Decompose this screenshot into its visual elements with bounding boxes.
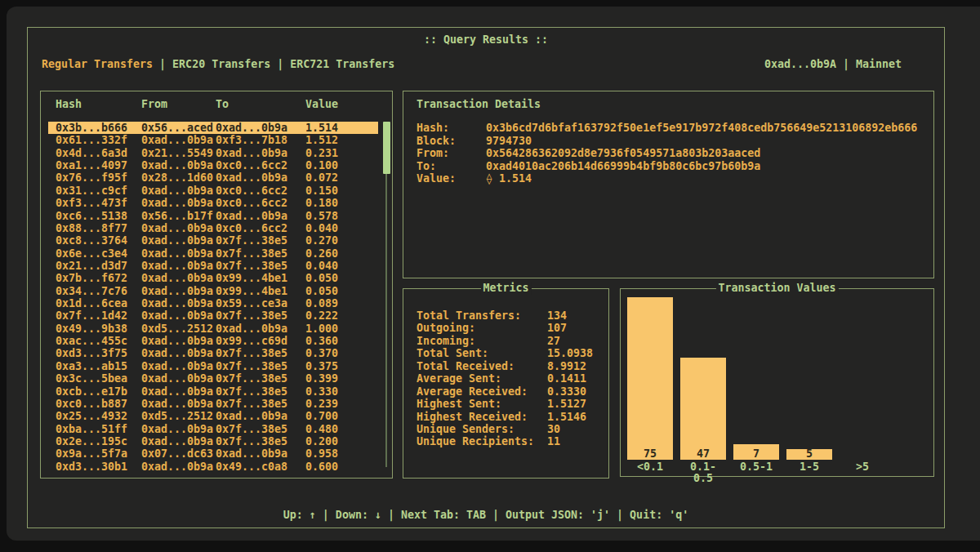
table-row[interactable]: 0x76...f95f 0x28...1d60 0xad...0b9a 0.07… xyxy=(48,171,378,184)
table-row[interactable]: 0xac...455c 0xad...0b9a 0x99...c69d 0.36… xyxy=(48,335,378,347)
cell-to: 0x99...c69d xyxy=(216,335,305,347)
table-row[interactable]: 0x3c...5bea 0xad...0b9a 0x7f...38e5 0.39… xyxy=(48,372,378,385)
scrollbar-track[interactable] xyxy=(385,174,387,467)
terminal-window: :: Query Results :: Regular Transfers|ER… xyxy=(7,7,980,541)
chart-category-label: 0.1-0.5 xyxy=(680,461,726,484)
table-row[interactable]: 0x2e...195c 0xad...0b9a 0x7f...38e5 0.20… xyxy=(48,435,378,447)
details-title: Transaction Details xyxy=(416,98,541,110)
cell-value: 0.270 xyxy=(305,234,378,247)
cell-from: 0xad...0b9a xyxy=(141,335,216,347)
cell-from: 0xad...0b9a xyxy=(141,347,216,359)
table-row[interactable]: 0xc6...5138 0x56...b17f 0xad...0b9a 0.57… xyxy=(48,210,378,222)
bar-0.1-0.5: 47 xyxy=(680,358,726,460)
cell-value: 0.222 xyxy=(305,309,378,322)
table-row[interactable]: 0xa3...ab15 0xad...0b9a 0x7f...38e5 0.37… xyxy=(48,360,378,372)
table-body: 0x3b...b666 0x56...aced 0xad...0b9a 1.51… xyxy=(41,122,378,473)
table-row[interactable]: 0x1d...6cea 0xad...0b9a 0x59...ce3a 0.08… xyxy=(48,297,378,309)
cell-hash: 0xa1...4097 xyxy=(56,159,141,171)
cell-from: 0xad...0b9a xyxy=(141,385,216,398)
table-row[interactable]: 0xf3...473f 0xad...0b9a 0xc0...6cc2 0.18… xyxy=(48,197,378,209)
cell-hash: 0x9a...5f7a xyxy=(56,447,141,460)
cell-from: 0xad...0b9a xyxy=(141,285,216,297)
table-row[interactable]: 0xd3...30b1 0xad...0b9a 0x49...c0a8 0.60… xyxy=(48,461,378,473)
cell-hash: 0x34...7c76 xyxy=(56,285,141,297)
table-row[interactable]: 0x31...c9cf 0xad...0b9a 0xc0...6cc2 0.15… xyxy=(48,185,378,197)
detail-value: 0x3b6cd7d6bfaf163792f50e1ef5e917b972f408… xyxy=(486,122,933,135)
metrics-title: Metrics xyxy=(480,282,531,295)
table-row[interactable]: 0x7f...1d42 0xad...0b9a 0x7f...38e5 0.22… xyxy=(48,309,378,322)
table-row[interactable]: 0xa1...4097 0xad...0b9a 0xc0...6cc2 0.10… xyxy=(48,159,378,171)
table-row[interactable]: 0xc8...3764 0xad...0b9a 0x7f...38e5 0.27… xyxy=(48,234,378,247)
cell-from: 0xad...0b9a xyxy=(141,134,216,146)
tab-erc20-transfers[interactable]: ERC20 Transfers xyxy=(172,58,270,71)
metric-value: 0.1411 xyxy=(547,372,608,385)
cell-to: 0x7f...38e5 xyxy=(216,398,305,410)
metric-row: Highest Received: 1.5146 xyxy=(403,411,608,423)
metric-row: Unique Recipients: 11 xyxy=(403,435,608,447)
tab-bar: Regular Transfers|ERC20 Transfers|ERC721… xyxy=(42,58,394,71)
table-row[interactable]: 0x21...d3d7 0xad...0b9a 0x7f...38e5 0.04… xyxy=(48,260,378,272)
metric-row: Unique Senders: 30 xyxy=(403,423,608,435)
cell-hash: 0x4d...6a3d xyxy=(56,147,141,159)
cell-hash: 0xc8...3764 xyxy=(56,234,141,247)
chart-category-label: <0.1 xyxy=(627,461,673,484)
table-row[interactable]: 0xc0...b887 0xad...0b9a 0x7f...38e5 0.23… xyxy=(48,398,378,410)
table-row[interactable]: 0xba...51ff 0xad...0b9a 0x7f...38e5 0.48… xyxy=(48,423,378,435)
cell-to: 0x7f...38e5 xyxy=(216,360,305,372)
cell-from: 0x56...aced xyxy=(141,122,216,134)
metric-label: Average Sent: xyxy=(416,372,547,385)
detail-field: Value: ⟠ 1.514 xyxy=(403,172,933,185)
details-fields: Hash: 0x3b6cd7d6bfaf163792f50e1ef5e917b9… xyxy=(403,122,933,185)
detail-field: From: 0x564286362092d8e7936f0549571a803b… xyxy=(403,147,933,160)
cell-hash: 0x1d...6cea xyxy=(56,297,141,309)
table-row[interactable]: 0x25...4932 0xd5...2512 0xad...0b9a 0.70… xyxy=(48,410,378,422)
table-row[interactable]: 0xd3...3f75 0xad...0b9a 0x7f...38e5 0.37… xyxy=(48,347,378,359)
detail-value: 0x564286362092d8e7936f0549571a803b203aac… xyxy=(486,147,933,160)
cell-hash: 0xc0...b887 xyxy=(56,398,141,410)
metrics-list: Total Transfers: 134 Outgoing: 107 Incom… xyxy=(403,309,608,448)
scrollbar-thumb[interactable] xyxy=(383,122,390,174)
column-header-from: From xyxy=(141,98,216,110)
detail-label: From: xyxy=(416,147,486,160)
cell-value: 0.100 xyxy=(305,159,378,171)
cell-value: 0.231 xyxy=(305,147,378,159)
account-network-label: 0xad...0b9A | Mainnet xyxy=(764,58,902,71)
cell-to: 0xc0...6cc2 xyxy=(216,197,305,209)
cell-from: 0xd5...2512 xyxy=(141,410,216,422)
table-row[interactable]: 0xcb...e17b 0xad...0b9a 0x7f...38e5 0.33… xyxy=(48,385,378,398)
cell-from: 0xad...0b9a xyxy=(141,372,216,385)
table-row[interactable]: 0x61...332f 0xad...0b9a 0xf3...7b18 1.51… xyxy=(48,134,378,146)
detail-value: 0xad4010ac206b14d66999b4bf9b80c6bc97b60b… xyxy=(486,160,933,173)
cell-to: 0xad...0b9a xyxy=(216,447,305,460)
table-row[interactable]: 0x9a...5f7a 0x07...dc63 0xad...0b9a 0.95… xyxy=(48,447,378,460)
cell-value: 1.514 xyxy=(305,122,378,134)
table-row[interactable]: 0x7b...f672 0xad...0b9a 0x99...4be1 0.05… xyxy=(48,272,378,284)
cell-to: 0x7f...38e5 xyxy=(216,234,305,247)
table-row[interactable]: 0x49...9b38 0xd5...2512 0xad...0b9a 1.00… xyxy=(48,323,378,335)
detail-label: Hash: xyxy=(416,122,486,135)
tab-erc721-transfers[interactable]: ERC721 Transfers xyxy=(290,58,394,71)
table-row[interactable]: 0x88...8f77 0xad...0b9a 0xc0...6cc2 0.04… xyxy=(48,222,378,234)
cell-hash: 0x88...8f77 xyxy=(56,222,141,234)
cell-to: 0x49...c0a8 xyxy=(216,461,305,473)
column-header-hash: Hash xyxy=(56,98,141,110)
metric-value: 1.5127 xyxy=(547,398,608,410)
cell-to: 0xad...0b9a xyxy=(216,210,305,222)
tab-regular-transfers[interactable]: Regular Transfers xyxy=(42,58,153,71)
cell-value: 0.150 xyxy=(305,185,378,197)
cell-hash: 0x76...f95f xyxy=(56,171,141,184)
cell-to: 0x7f...38e5 xyxy=(216,260,305,272)
cell-value: 0.050 xyxy=(305,285,378,297)
cell-to: 0xc0...6cc2 xyxy=(216,185,305,197)
cell-value: 0.260 xyxy=(305,247,378,260)
table-row[interactable]: 0x3b...b666 0x56...aced 0xad...0b9a 1.51… xyxy=(48,122,378,134)
table-row[interactable]: 0x4d...6a3d 0x21...5549 0xad...0b9a 0.23… xyxy=(48,147,378,159)
cell-from: 0x56...b17f xyxy=(141,210,216,222)
keybind-help: Up: ↑ | Down: ↓ | Next Tab: TAB | Output… xyxy=(28,509,944,522)
cell-from: 0xad...0b9a xyxy=(141,360,216,372)
table-row[interactable]: 0x34...7c76 0xad...0b9a 0x99...4be1 0.05… xyxy=(48,285,378,297)
cell-from: 0xad...0b9a xyxy=(141,247,216,260)
table-row[interactable]: 0x6e...c3e4 0xad...0b9a 0x7f...38e5 0.26… xyxy=(48,247,378,260)
cell-hash: 0x25...4932 xyxy=(56,410,141,422)
bar-value-label: 75 xyxy=(627,447,673,460)
